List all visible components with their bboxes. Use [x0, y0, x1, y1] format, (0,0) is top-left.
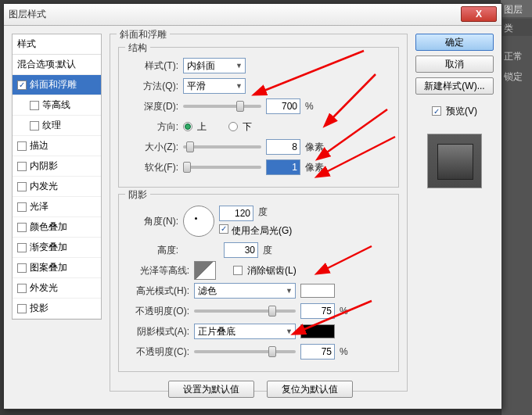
checkbox-icon[interactable] — [17, 182, 27, 191]
angle-label: 角度(N): — [127, 215, 178, 228]
depth-value[interactable]: 700 — [266, 98, 300, 114]
depth-slider[interactable] — [183, 105, 261, 108]
style-outer-glow[interactable]: 外发光 — [13, 278, 101, 299]
style-color-overlay[interactable]: 颜色叠加 — [13, 217, 101, 238]
direction-down-radio[interactable] — [228, 122, 238, 131]
shadow-opacity-slider[interactable] — [194, 350, 296, 353]
style-blend-options[interactable]: 混合选项:默认 — [13, 55, 101, 75]
reset-default-button[interactable]: 复位为默认值 — [267, 381, 353, 398]
checkbox-icon[interactable] — [17, 304, 27, 313]
altitude-label: 高度: — [127, 244, 178, 257]
style-label: 样式(T): — [127, 59, 178, 73]
style-contour[interactable]: 等高线 — [13, 95, 101, 116]
structure-group: 结构 样式(T): 内斜面 方法(Q): 平滑 深度(D): 700 % — [118, 47, 399, 188]
style-combo[interactable]: 内斜面 — [183, 58, 246, 73]
px-unit: 像素 — [305, 141, 327, 154]
gloss-contour-picker[interactable] — [194, 261, 216, 280]
preview-thumbnail — [427, 134, 482, 188]
style-gradient-overlay[interactable]: 渐变叠加 — [13, 238, 101, 258]
checkbox-icon[interactable] — [17, 243, 27, 252]
direction-up-radio[interactable] — [183, 122, 192, 131]
style-pattern-overlay[interactable]: 图案叠加 — [13, 258, 101, 278]
shadow-opacity-value[interactable]: 75 — [300, 344, 335, 360]
technique-label: 方法(Q): — [127, 80, 178, 93]
shadow-mode-combo[interactable]: 正片叠底 — [194, 324, 296, 339]
shadow-opacity-label: 不透明度(C): — [127, 345, 189, 359]
size-slider[interactable] — [183, 145, 261, 148]
shadow-color-swatch[interactable] — [300, 324, 335, 338]
size-value[interactable]: 8 — [266, 139, 300, 155]
checkbox-icon[interactable] — [17, 223, 27, 232]
highlight-opacity-label: 不透明度(O): — [127, 305, 189, 318]
preview-checkbox[interactable] — [432, 106, 441, 116]
panel-title: 斜面和浮雕 — [117, 28, 170, 41]
style-inner-shadow[interactable]: 内阴影 — [13, 156, 101, 177]
style-satin[interactable]: 光泽 — [13, 197, 101, 217]
highlight-mode-combo[interactable]: 滤色 — [194, 283, 296, 299]
size-label: 大小(Z): — [127, 141, 178, 154]
shading-group: 阴影 角度(N): 120度 使用全局光(G) 高度: 30 度 — [118, 194, 399, 372]
bg-tab[interactable]: 图层 — [501, 0, 532, 17]
shading-title: 阴影 — [125, 188, 150, 202]
new-style-button[interactable]: 新建样式(W)... — [415, 77, 494, 95]
angle-value[interactable]: 120 — [219, 206, 253, 221]
highlight-color-swatch[interactable] — [300, 284, 335, 298]
ok-button[interactable]: 确定 — [415, 34, 494, 51]
style-texture[interactable]: 纹理 — [13, 116, 101, 136]
checkbox-icon[interactable] — [17, 162, 27, 171]
shadow-mode-label: 阴影模式(A): — [127, 325, 189, 338]
highlight-opacity-value[interactable]: 75 — [300, 303, 335, 319]
checkbox-icon[interactable] — [17, 80, 27, 90]
styles-list: 样式 混合选项:默认 斜面和浮雕 等高线 纹理 描边 内阴影 内发光 光泽 颜色… — [12, 34, 102, 320]
checkbox-icon[interactable] — [17, 202, 27, 212]
soften-value[interactable]: 1 — [266, 159, 300, 175]
set-default-button[interactable]: 设置为默认值 — [168, 381, 254, 398]
structure-title: 结构 — [125, 41, 150, 55]
soften-label: 软化(F): — [127, 161, 178, 174]
styles-header: 样式 — [13, 34, 101, 55]
anti-alias-checkbox[interactable] — [233, 266, 243, 275]
gloss-label: 光泽等高线: — [127, 264, 189, 277]
bg-r2: 锁定 — [501, 67, 532, 84]
highlight-opacity-slider[interactable] — [194, 309, 296, 313]
checkbox-icon[interactable] — [30, 121, 39, 131]
pct-unit: % — [305, 101, 327, 112]
checkbox-icon[interactable] — [17, 263, 27, 273]
altitude-value[interactable]: 30 — [224, 242, 258, 258]
titlebar[interactable]: 图层样式 X — [4, 4, 501, 26]
layer-style-dialog: 图层样式 X 样式 混合选项:默认 斜面和浮雕 等高线 纹理 描边 内阴影 内发… — [3, 3, 502, 410]
style-drop-shadow[interactable]: 投影 — [13, 299, 101, 319]
close-button[interactable]: X — [461, 6, 497, 22]
soften-slider[interactable] — [183, 166, 261, 169]
angle-dial[interactable] — [183, 206, 214, 237]
checkbox-icon[interactable] — [17, 284, 27, 293]
bg-sub: 类 — [501, 19, 532, 36]
bevel-panel: 斜面和浮雕 结构 样式(T): 内斜面 方法(Q): 平滑 深度(D): 700 — [110, 34, 408, 392]
global-light-checkbox[interactable] — [219, 224, 228, 234]
technique-combo[interactable]: 平滑 — [183, 78, 246, 94]
checkbox-icon[interactable] — [30, 101, 39, 110]
style-stroke[interactable]: 描边 — [13, 136, 101, 156]
bg-r1: 正常 — [501, 47, 532, 64]
app-side-panel: 图层 类 正常 锁定 — [501, 0, 532, 415]
cancel-button[interactable]: 取消 — [415, 55, 494, 73]
depth-label: 深度(D): — [127, 100, 178, 113]
direction-label: 方向: — [127, 120, 178, 134]
style-bevel-emboss[interactable]: 斜面和浮雕 — [13, 75, 101, 95]
px-unit2: 像素 — [305, 161, 327, 174]
style-inner-glow[interactable]: 内发光 — [13, 177, 101, 197]
checkbox-icon[interactable] — [17, 141, 27, 151]
highlight-mode-label: 高光模式(H): — [127, 284, 189, 298]
dialog-title: 图层样式 — [9, 8, 46, 21]
